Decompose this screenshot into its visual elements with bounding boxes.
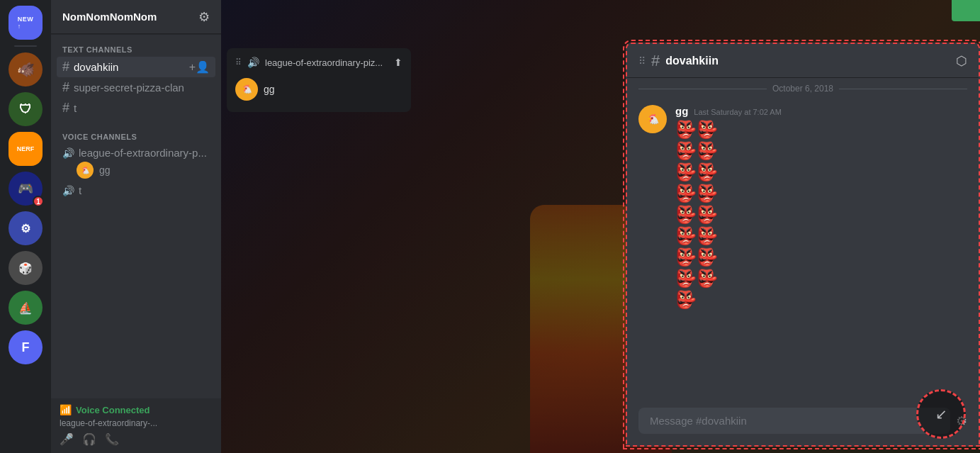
channel-dovahkiin[interactable]: # dovahkiin +👤	[57, 57, 215, 77]
message-avatar: 🐔	[638, 105, 667, 133]
chat-hash-icon: #	[651, 52, 660, 70]
text-channels-label: TEXT CHANNELS	[57, 45, 215, 54]
channel-name-3: t	[74, 102, 210, 114]
new-badge-label: NEW	[18, 16, 34, 23]
voice-popup: ⠿ 🔊 league-of-extraordinary-piz... ⬆ 🐔 g…	[227, 48, 411, 112]
settings-icon[interactable]: ⚙	[198, 9, 210, 25]
chat-messages: 🐔 gg Last Saturday at 7:02 AM 👺👺 👺👺 👺👺 👺…	[627, 99, 979, 402]
channel-t[interactable]: # t	[57, 98, 215, 118]
emoji-row-3: 👺👺	[675, 162, 967, 182]
drag-icon-popup: ⠿	[235, 57, 242, 67]
server-icon-1[interactable]: 🐗	[9, 52, 43, 86]
emoji-row-7: 👺👺	[675, 247, 967, 267]
server-icon-2[interactable]: 🛡	[9, 92, 43, 126]
speaker-popup-icon: 🔊	[247, 57, 259, 68]
channel-sidebar: NomNomNomNom ⚙ TEXT CHANNELS # dovahkiin…	[51, 0, 221, 453]
divider-line-right	[839, 89, 967, 89]
message-author-line: gg Last Saturday at 7:02 AM	[675, 105, 967, 117]
voice-channel-name-2: t	[79, 184, 210, 196]
server-list: NEW ↑ 🐗 🛡 NERF 🎮 1 ⚙ 🎲 ⛵ F	[0, 0, 51, 453]
voice-popup-header: ⠿ 🔊 league-of-extraordinary-piz... ⬆	[235, 57, 402, 68]
voice-speaker-icon-2: 🔊	[62, 185, 74, 196]
emoji-row-6: 👺👺	[675, 226, 967, 246]
voice-channel-t-row[interactable]: 🔊 t	[62, 183, 210, 198]
chat-channel-name: dovahkiin	[665, 55, 950, 67]
voice-controls: 🎤 🎧 📞	[60, 431, 213, 447]
voice-connected-bar: 📶 Voice Connected league-of-extraordinar…	[51, 398, 221, 453]
voice-channel-label: league-of-extraordinary-...	[60, 418, 213, 428]
channel-name-1: dovahkiin	[74, 61, 185, 73]
server-icon-6[interactable]: 🎲	[9, 251, 43, 285]
voice-user-avatar-1: 🐔	[77, 162, 94, 179]
date-divider-text: October 6, 2018	[772, 84, 833, 94]
server-icon-4[interactable]: 🎮 1	[9, 172, 43, 206]
voice-channel-league: 🔊 league-of-extraordinary-p... 🐔 gg	[57, 144, 215, 181]
server-f-label: F	[22, 340, 30, 355]
chat-input[interactable]	[638, 408, 950, 434]
top-right-corner	[952, 0, 980, 21]
channel-pizza[interactable]: # super-secret-pizza-clan	[57, 77, 215, 98]
popup-username: gg	[264, 84, 275, 95]
server-name: NomNomNomNom	[62, 11, 157, 23]
voice-channels-label: VOICE CHANNELS	[57, 133, 215, 141]
add-member-icon[interactable]: +👤	[189, 60, 210, 74]
chat-panel: ⠿ # dovahkiin ⬡ October 6, 2018 🐔 gg Las…	[626, 43, 980, 447]
voice-connected-text: Voice Connected	[76, 405, 150, 415]
server-divider	[14, 45, 37, 47]
voice-popup-user: 🐔 gg	[235, 75, 402, 104]
sidebar-header: NomNomNomNom ⚙	[51, 0, 221, 34]
emoji-row-4: 👺👺	[675, 184, 967, 203]
message-content: gg Last Saturday at 7:02 AM 👺👺 👺👺 👺👺 👺👺 …	[675, 105, 967, 311]
voice-popup-channel-name: league-of-extraordinary-piz...	[265, 57, 388, 68]
chat-header: ⠿ # dovahkiin ⬡	[627, 44, 979, 78]
voice-channels-section: VOICE CHANNELS 🔊 league-of-extraordinary…	[51, 121, 221, 202]
message-timestamp: Last Saturday at 7:02 AM	[694, 108, 782, 116]
hash-icon-1: #	[62, 60, 69, 74]
server-icon-new[interactable]: NEW ↑	[9, 6, 43, 40]
divider-line-left	[638, 89, 767, 89]
emoji-row-9: 👺	[675, 290, 967, 310]
red-circle-icon: ↙	[935, 406, 947, 423]
voice-speaker-icon: 🔊	[62, 147, 74, 159]
red-circle-indicator[interactable]: ↙	[916, 389, 966, 439]
message-row: 🐔 gg Last Saturday at 7:02 AM 👺👺 👺👺 👺👺 👺…	[638, 105, 967, 311]
emoji-row-1: 👺👺	[675, 120, 967, 140]
voice-channel-name-row[interactable]: 🔊 league-of-extraordinary-p...	[62, 145, 210, 160]
server-icon-3[interactable]: NERF	[9, 132, 43, 166]
voice-channel-t: 🔊 t	[57, 181, 215, 199]
emoji-row-5: 👺👺	[675, 205, 967, 225]
hash-icon-2: #	[62, 80, 69, 95]
notification-badge-1: 1	[33, 196, 44, 207]
drag-handle-icon: ⠿	[638, 55, 646, 67]
voice-channel-name-1: league-of-extraordinary-p...	[79, 147, 210, 159]
voice-user-name-1: gg	[99, 164, 111, 176]
date-divider: October 6, 2018	[627, 78, 979, 99]
disconnect-icon[interactable]: 📞	[105, 432, 119, 446]
voice-user-gg[interactable]: 🐔 gg	[62, 160, 210, 180]
server-icon-8[interactable]: F	[9, 330, 43, 364]
channel-name-2: super-secret-pizza-clan	[74, 82, 210, 94]
mute-icon[interactable]: 🎤	[60, 432, 74, 446]
message-author: gg	[675, 105, 688, 117]
voice-popup-action-icon[interactable]: ⬆	[394, 57, 402, 68]
text-channels-section: TEXT CHANNELS # dovahkiin +👤 # super-sec…	[51, 34, 221, 121]
server-icon-5[interactable]: ⚙	[9, 211, 43, 245]
voice-bars-icon: 📶	[60, 404, 72, 415]
popout-icon[interactable]: ⬡	[956, 53, 967, 69]
main-area: ⠿ 🔊 league-of-extraordinary-piz... ⬆ 🐔 g…	[221, 0, 980, 453]
emoji-row-8: 👺👺	[675, 269, 967, 289]
voice-status: 📶 Voice Connected	[60, 404, 213, 415]
emoji-row-2: 👺👺	[675, 141, 967, 161]
hash-icon-3: #	[62, 101, 69, 116]
headphone-icon[interactable]: 🎧	[82, 432, 96, 446]
server-icon-7[interactable]: ⛵	[9, 291, 43, 325]
popup-avatar: 🐔	[235, 78, 258, 101]
